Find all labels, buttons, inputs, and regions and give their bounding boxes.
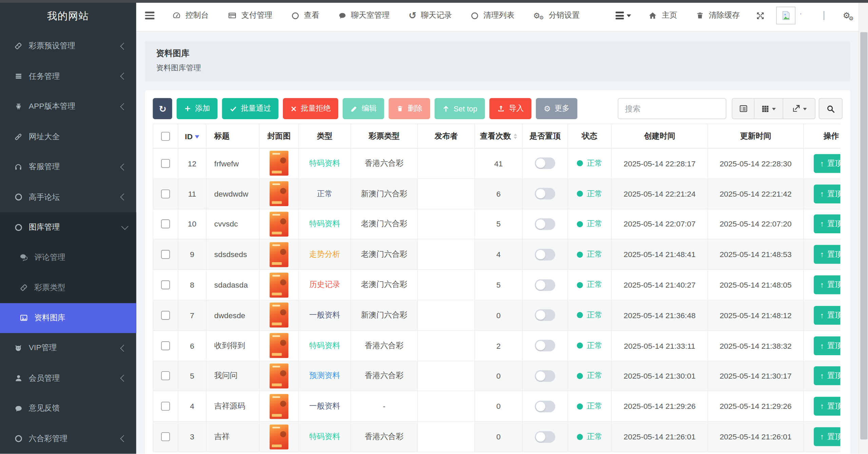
pin-toggle[interactable] bbox=[535, 188, 555, 200]
row-checkbox[interactable] bbox=[161, 432, 170, 441]
pin-row-button[interactable]: ↑ 置顶 bbox=[813, 336, 840, 355]
row-checkbox[interactable] bbox=[161, 371, 170, 380]
add-button[interactable]: 添加 bbox=[177, 98, 218, 119]
cover-image[interactable] bbox=[270, 333, 288, 358]
sidebar-item-gallery-management[interactable]: 图库管理 bbox=[0, 212, 136, 242]
row-checkbox[interactable] bbox=[161, 311, 170, 320]
row-checkbox[interactable] bbox=[161, 250, 170, 259]
sidebar-toggle-button[interactable] bbox=[136, 12, 162, 19]
type-link[interactable]: 历史记录 bbox=[309, 280, 340, 290]
nav-item-dashboard[interactable]: 控制台 bbox=[163, 0, 218, 31]
row-checkbox[interactable] bbox=[161, 280, 170, 289]
nav-item-home[interactable]: 主页 bbox=[639, 0, 687, 31]
user-avatar[interactable] bbox=[776, 7, 796, 24]
batch-approve-button[interactable]: 批量通过 bbox=[222, 98, 278, 119]
sidebar-item-feedback[interactable]: 意见反馈 bbox=[0, 394, 136, 424]
type-link[interactable]: 特码资料 bbox=[309, 341, 340, 350]
row-checkbox[interactable] bbox=[161, 159, 170, 168]
pin-row-button[interactable]: ↑ 置顶 bbox=[813, 154, 840, 173]
sidebar-item-mark-six[interactable]: 六合彩管理 bbox=[0, 424, 136, 454]
sidebar-item-app-version[interactable]: APP版本管理 bbox=[0, 91, 136, 122]
type-link[interactable]: 预测资料 bbox=[309, 371, 340, 381]
cover-image[interactable] bbox=[270, 272, 288, 297]
more-button[interactable]: ⚙ 更多 bbox=[536, 98, 577, 119]
edit-button[interactable]: 编辑 bbox=[343, 98, 384, 119]
pin-row-button[interactable]: ↑ 置顶 bbox=[813, 184, 840, 203]
type-link[interactable]: 一般资料 bbox=[309, 401, 340, 411]
cell-publisher bbox=[418, 209, 475, 239]
cover-image[interactable] bbox=[270, 303, 288, 328]
nav-item-clean-list[interactable]: 清理列表 bbox=[461, 0, 524, 31]
columns-dropdown-button[interactable] bbox=[754, 98, 783, 119]
nav-item-view[interactable]: 查看 bbox=[282, 0, 329, 31]
sidebar-item-tasks[interactable]: 任务管理 bbox=[0, 61, 136, 91]
select-all-checkbox[interactable] bbox=[161, 132, 170, 141]
row-checkbox[interactable] bbox=[161, 220, 170, 229]
type-link[interactable]: 特码资料 bbox=[309, 159, 340, 168]
pin-toggle[interactable] bbox=[535, 401, 555, 412]
row-checkbox[interactable] bbox=[161, 341, 170, 350]
cover-image[interactable] bbox=[270, 242, 288, 267]
sidebar-item-comment-management[interactable]: 评论管理 bbox=[0, 242, 136, 273]
header-id[interactable]: ID bbox=[178, 124, 207, 149]
nav-item-distribution-settings[interactable]: ⚙⚙ 分销设置 bbox=[524, 0, 589, 31]
pin-row-button[interactable]: ↑ 置顶 bbox=[813, 275, 840, 294]
nav-item-chatroom[interactable]: 聊天室管理 bbox=[329, 0, 399, 31]
row-checkbox[interactable] bbox=[161, 189, 170, 198]
sidebar-item-data-gallery[interactable]: 资料图库 bbox=[0, 303, 136, 333]
search-button[interactable] bbox=[819, 98, 843, 119]
pin-toggle[interactable] bbox=[535, 309, 555, 321]
cover-image[interactable] bbox=[270, 151, 288, 176]
pin-row-button[interactable]: ↑ 置顶 bbox=[813, 245, 840, 264]
pin-row-button[interactable]: ↑ 置顶 bbox=[813, 367, 840, 385]
sidebar-item-lottery-type[interactable]: 彩票类型 bbox=[0, 273, 136, 303]
cover-image[interactable] bbox=[270, 424, 288, 449]
pin-row-button[interactable]: ↑ 置顶 bbox=[813, 427, 840, 446]
pin-toggle[interactable] bbox=[535, 218, 555, 230]
detail-view-button[interactable] bbox=[732, 98, 754, 119]
cell-status: 正常 bbox=[568, 422, 612, 452]
vertical-scrollbar[interactable] bbox=[859, 0, 868, 454]
header-views[interactable]: 查看次数 bbox=[475, 124, 522, 149]
scrollbar-thumb[interactable] bbox=[860, 32, 867, 440]
sidebar-item-vip-management[interactable]: VIP管理 bbox=[0, 333, 136, 363]
settings-gears-button[interactable]: ⚙ ⚙ bbox=[843, 11, 859, 20]
pin-row-button[interactable]: ↑ 置顶 bbox=[813, 306, 840, 325]
sidebar-item-lottery-preset[interactable]: 彩票预设管理 bbox=[0, 31, 136, 61]
export-dropdown-button[interactable] bbox=[783, 98, 815, 119]
sidebar-item-expert-forum[interactable]: 高手论坛 bbox=[0, 182, 136, 212]
sidebar-item-customer-service[interactable]: 客服管理 bbox=[0, 152, 136, 182]
type-link[interactable]: 特码资料 bbox=[309, 432, 340, 441]
pin-toggle[interactable] bbox=[535, 249, 555, 260]
sidebar-item-url-collection[interactable]: 网址大全 bbox=[0, 122, 136, 152]
delete-button[interactable]: 删除 bbox=[389, 98, 430, 119]
type-link[interactable]: 正常 bbox=[317, 189, 332, 199]
pin-row-button[interactable]: ↑ 置顶 bbox=[813, 397, 840, 416]
pin-toggle[interactable] bbox=[535, 431, 555, 442]
row-checkbox[interactable] bbox=[161, 402, 170, 411]
cover-image[interactable] bbox=[270, 364, 288, 388]
cover-image[interactable] bbox=[270, 394, 288, 419]
type-link[interactable]: 走势分析 bbox=[309, 250, 340, 259]
broken-image-icon bbox=[780, 10, 792, 21]
pin-toggle[interactable] bbox=[535, 340, 555, 351]
pin-row-button[interactable]: ↑ 置顶 bbox=[813, 215, 840, 233]
tabs-dropdown-button[interactable] bbox=[608, 12, 639, 19]
refresh-button[interactable]: ↻ bbox=[153, 98, 172, 119]
batch-reject-button[interactable]: 批量拒绝 bbox=[283, 98, 339, 119]
cover-image[interactable] bbox=[270, 212, 288, 236]
type-link[interactable]: 特码资料 bbox=[309, 219, 340, 229]
nav-item-chat-history[interactable]: ↺ 聊天记录 bbox=[399, 0, 461, 31]
sidebar-item-member-management[interactable]: 会员管理 bbox=[0, 363, 136, 394]
fullscreen-button[interactable] bbox=[749, 0, 772, 31]
pin-toggle[interactable] bbox=[535, 279, 555, 291]
nav-item-clear-cache[interactable]: 清除缓存 bbox=[687, 0, 749, 31]
pin-toggle[interactable] bbox=[535, 158, 555, 169]
cover-image[interactable] bbox=[270, 181, 288, 206]
type-link[interactable]: 一般资料 bbox=[309, 310, 340, 320]
set-top-button[interactable]: Set top bbox=[435, 98, 485, 119]
import-button[interactable]: 导入 bbox=[489, 98, 532, 119]
search-input[interactable] bbox=[618, 98, 726, 119]
nav-item-payment[interactable]: 支付管理 bbox=[218, 0, 282, 31]
pin-toggle[interactable] bbox=[535, 370, 555, 382]
